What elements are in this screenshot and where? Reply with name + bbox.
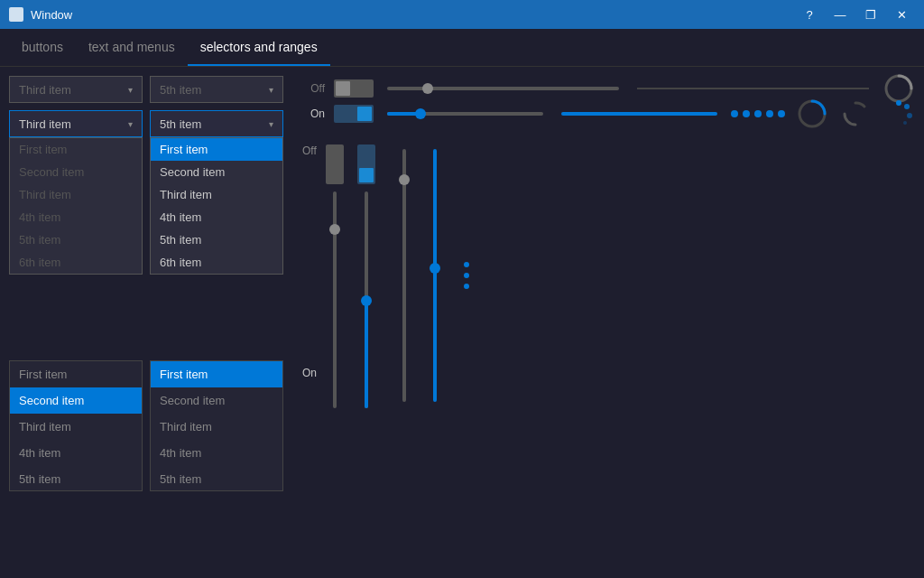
toggle-thumb-off-1 <box>336 81 350 96</box>
tab-bar: buttons text and menus selectors and ran… <box>0 29 924 67</box>
top-dropdowns-row: Third item ▾ 5th item ▾ <box>9 76 289 103</box>
title-bar: Window ? — ❐ ✕ <box>0 0 924 29</box>
left-list-bottom-item-2[interactable]: Second item <box>10 387 142 414</box>
v-slider-blue-off <box>402 144 406 569</box>
bottom-right-dropdown-menu: First item Second item Third item 4th it… <box>150 137 283 275</box>
bottom-right-option-3[interactable]: Third item <box>151 183 282 206</box>
bottom-right-dropdown[interactable]: 5th item ▾ <box>150 110 283 137</box>
bottom-right-dropdown-value: 5th item <box>160 117 201 131</box>
dots-spinners-row <box>731 98 915 130</box>
bottom-left-option-5[interactable]: 5th item <box>10 228 142 251</box>
v-slider-blue-on <box>433 144 437 569</box>
h-slider-fill-on-1 <box>387 112 419 116</box>
toggle-off-1[interactable] <box>334 79 374 98</box>
top-left-dropdown[interactable]: Third item ▾ <box>9 76 143 103</box>
three-dots-v-indicator <box>464 149 469 402</box>
bottom-left-option-1[interactable]: First item <box>10 138 142 161</box>
spinner-ring-on <box>796 98 828 130</box>
bottom-left-dropdown-menu: First item Second item Third item 4th it… <box>9 137 143 275</box>
left-list-bottom-item-3[interactable]: Third item <box>10 414 142 440</box>
right-list-bottom-item-1[interactable]: First item <box>151 361 282 387</box>
bottom-left-dropdown-value: Third item <box>19 117 71 131</box>
bottom-dropdowns-row: Third item ▾ First item Second item Thir… <box>9 110 289 137</box>
v-track-blue-on[interactable] <box>433 149 437 402</box>
right-list-bottom-item-4[interactable]: 4th item <box>151 440 282 466</box>
top-right-dropdown[interactable]: 5th item ▾ <box>150 76 283 103</box>
dot-v-3 <box>464 284 469 289</box>
top-left-dropdown-container: Third item ▾ <box>9 76 143 103</box>
partial-ring-spinner <box>839 98 872 130</box>
left-list-bottom-item-1[interactable]: First item <box>10 361 142 387</box>
bottom-left-option-4[interactable]: 4th item <box>10 206 142 228</box>
bottom-left-option-6[interactable]: 6th item <box>10 251 142 274</box>
dot-1 <box>731 110 738 117</box>
dot-v-1 <box>464 262 469 267</box>
dot-v-2 <box>464 273 469 278</box>
close-button[interactable]: ✕ <box>888 4 915 25</box>
top-left-dropdown-value: Third item <box>19 83 71 97</box>
top-right-dropdown-container: 5th item ▾ <box>150 76 283 103</box>
v-thumb-off <box>329 224 340 235</box>
right-list-bottom: First item Second item Third item 4th it… <box>150 360 283 491</box>
toggle-thumb-on-1 <box>357 107 372 121</box>
help-button[interactable]: ? <box>796 4 823 25</box>
bottom-right-option-4[interactable]: 4th item <box>151 206 282 228</box>
bottom-right-option-2[interactable]: Second item <box>151 161 282 183</box>
maximize-button[interactable]: ❐ <box>857 4 884 25</box>
h-slider-track-on-2 <box>561 112 717 116</box>
svg-point-2 <box>896 100 901 106</box>
h-slider-track-on-1[interactable] <box>387 112 543 116</box>
svg-point-5 <box>903 121 907 125</box>
v-track-on[interactable] <box>365 191 368 408</box>
main-content: Third item ▾ 5th item ▾ Third item ▾ <box>0 67 924 578</box>
left-list-bottom-item-4[interactable]: 4th item <box>10 440 142 466</box>
right-list-bottom-item-3[interactable]: Third item <box>151 414 282 440</box>
right-list-bottom-item-5[interactable]: 5th item <box>151 466 282 491</box>
toggle-on-1[interactable] <box>334 105 374 123</box>
on-label-1: On <box>302 107 325 120</box>
svg-point-4 <box>907 113 912 118</box>
dot-4 <box>766 110 773 117</box>
v-toggle-on[interactable] <box>357 144 375 184</box>
left-panel: Third item ▾ 5th item ▾ Third item ▾ <box>9 76 289 569</box>
v-toggle-off[interactable] <box>326 144 344 184</box>
dots-arc-spinner <box>882 98 915 130</box>
left-list-bottom: First item Second item Third item 4th it… <box>9 360 143 491</box>
h-slider-thumb-on-1 <box>415 108 426 119</box>
right-list-bottom-item-2[interactable]: Second item <box>151 387 282 414</box>
tab-text-menus[interactable]: text and menus <box>76 29 188 66</box>
v-track-blue-off[interactable] <box>402 149 406 402</box>
v-off-label: Off <box>302 144 317 157</box>
left-list-bottom-item-5[interactable]: 5th item <box>10 466 142 491</box>
top-left-dropdown-arrow: ▾ <box>128 85 133 95</box>
v-thumb-on <box>361 295 372 306</box>
window-title: Window <box>31 8 72 22</box>
bottom-right-option-5[interactable]: 5th item <box>151 228 282 251</box>
list-section-bottom: First item Second item Third item 4th it… <box>9 360 289 569</box>
top-right-dropdown-arrow: ▾ <box>269 85 273 95</box>
vertical-sliders-section: Off On <box>302 144 915 569</box>
minimize-button[interactable]: — <box>827 4 854 25</box>
bottom-left-dropdown-container: Third item ▾ First item Second item Thir… <box>9 110 143 137</box>
tab-selectors-ranges[interactable]: selectors and ranges <box>188 29 330 66</box>
title-bar-controls: ? — ❐ ✕ <box>796 4 915 25</box>
bottom-right-dropdown-container: 5th item ▾ First item Second item Third … <box>150 110 283 137</box>
dots-indicator <box>731 110 785 117</box>
v-toggle-thumb-on <box>359 168 374 182</box>
top-right-dropdown-value: 5th item <box>160 83 201 97</box>
v-track-off[interactable] <box>333 191 337 408</box>
h-slider-track-off-1[interactable] <box>387 87 619 90</box>
slider-row-on: On <box>302 101 915 126</box>
bottom-right-dropdown-arrow: ▾ <box>269 119 273 129</box>
tab-buttons[interactable]: buttons <box>9 29 76 66</box>
bottom-left-option-2[interactable]: Second item <box>10 161 142 183</box>
bottom-right-option-6[interactable]: 6th item <box>151 251 282 274</box>
off-on-labels: Off On <box>302 144 326 379</box>
v-thumb-blue-off <box>399 174 410 185</box>
bottom-left-dropdown[interactable]: Third item ▾ <box>9 110 143 137</box>
v-on-label: On <box>302 367 317 379</box>
bottom-right-option-1[interactable]: First item <box>151 138 282 161</box>
svg-point-3 <box>904 104 910 109</box>
dot-5 <box>778 110 785 117</box>
bottom-left-option-3[interactable]: Third item <box>10 183 142 206</box>
